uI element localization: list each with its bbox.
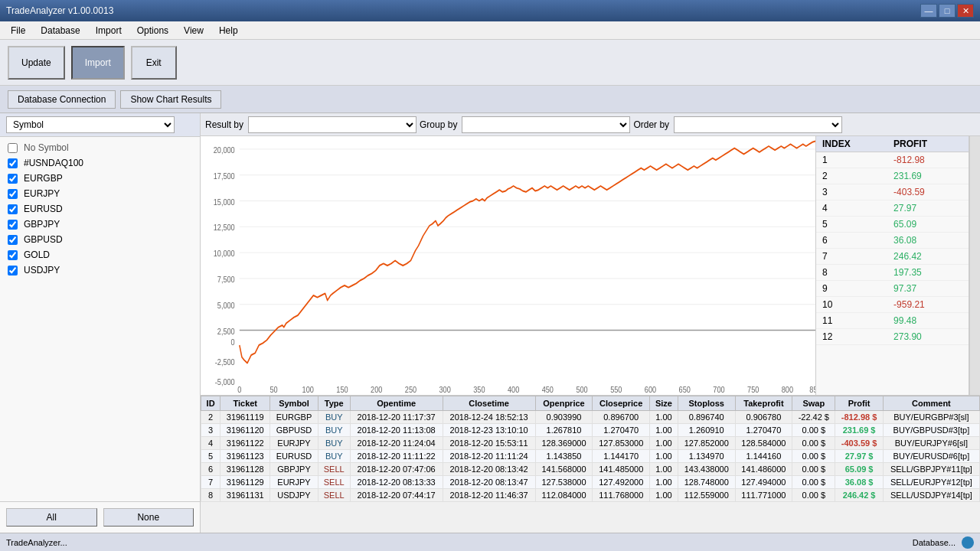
svg-text:250: 250	[405, 384, 416, 394]
swap-cell: 0.00 $	[792, 463, 835, 476]
toolbar: Update Import Exit	[0, 40, 980, 86]
col-header-stoploss: Stoploss	[678, 396, 735, 411]
menu-file[interactable]: File	[3, 24, 33, 37]
size-cell: 1.00	[650, 437, 678, 450]
id-cell: 3	[201, 424, 220, 437]
index-scrollbar[interactable]	[969, 136, 980, 395]
type-cell: BUY	[318, 437, 350, 450]
menu-database[interactable]: Database	[33, 24, 87, 37]
result-by-label: Result by	[205, 119, 243, 130]
index-cell: 9	[816, 281, 887, 297]
profit-cell: 36.08 $	[835, 476, 883, 489]
update-button[interactable]: Update	[8, 46, 65, 80]
svg-text:550: 550	[610, 384, 622, 394]
symbol-checkbox-7[interactable]	[8, 266, 18, 276]
exit-button[interactable]: Exit	[131, 46, 177, 80]
symbol-item-eurusd[interactable]: EURUSD	[0, 201, 200, 217]
symbol-label-4: GBPJPY	[24, 219, 60, 230]
symbol-dropdown[interactable]: Symbol	[6, 116, 175, 133]
symbol-item-gold[interactable]: GOLD	[0, 247, 200, 262]
tab-show-chart-results[interactable]: Show Chart Results	[120, 90, 221, 109]
ticket-cell: 31961122	[220, 437, 270, 450]
symbol-item-usdjpy[interactable]: USDJPY	[0, 262, 200, 278]
svg-text:350: 350	[473, 384, 485, 394]
index-row: 12273.90	[816, 329, 969, 345]
filter-bar: Result by Group by Order by	[201, 113, 980, 136]
status-indicator	[962, 536, 974, 549]
table-row: 431961122EURJPYBUY2018-12-20 11:24:04201…	[201, 437, 980, 450]
tab-database-connection[interactable]: Database Connection	[8, 90, 116, 109]
profit-cell: -403.59 $	[835, 437, 883, 450]
svg-text:450: 450	[542, 384, 554, 394]
symbol-label-3: EURUSD	[24, 204, 63, 214]
symbol-label-7: USDJPY	[24, 265, 60, 276]
symbol-item-gbpjpy[interactable]: GBPJPY	[0, 217, 200, 232]
profit-cell: -812.98	[887, 152, 969, 168]
nosymbol-checkbox[interactable]	[8, 143, 18, 153]
symbol-checkbox-0[interactable]	[8, 158, 18, 168]
closeprice-cell: 1.144170	[593, 450, 650, 463]
index-panel: INDEX PROFIT 1-812.982231.693-403.59427.…	[816, 136, 969, 395]
size-cell: 1.00	[650, 489, 678, 502]
import-button[interactable]: Import	[71, 46, 125, 80]
maximize-button[interactable]: □	[939, 4, 956, 18]
col-header-profit: Profit	[835, 396, 883, 411]
col-header-closeprice: Closeprice	[593, 396, 650, 411]
order-by-select[interactable]	[674, 116, 842, 133]
id-cell: 2	[201, 411, 220, 424]
symbol-checkbox-2[interactable]	[8, 189, 18, 199]
opentime-cell: 2018-12-20 11:24:04	[350, 437, 443, 450]
symbol-item-usndaq100[interactable]: #USNDAQ100	[0, 155, 200, 171]
profit-cell: 27.97	[887, 201, 969, 217]
type-cell: SELL	[318, 463, 350, 476]
all-button[interactable]: All	[6, 508, 97, 527]
symbol-checkbox-3[interactable]	[8, 204, 18, 214]
svg-text:600: 600	[645, 384, 656, 394]
symbol-checkbox-1[interactable]	[8, 174, 18, 184]
profit-cell: 246.42 $	[835, 489, 883, 502]
profit-cell: 65.09 $	[835, 463, 883, 476]
index-cell: 6	[816, 233, 887, 249]
ticket-cell: 31961128	[220, 463, 270, 476]
stoploss-cell: 112.559000	[678, 489, 735, 502]
symbol-item-eurgbp[interactable]: EURGBP	[0, 171, 200, 186]
menu-import[interactable]: Import	[88, 24, 129, 37]
data-table-header-row: IDTicketSymbolTypeOpentimeClosetimeOpenp…	[201, 396, 980, 411]
symbol-item-nosymbol[interactable]: No Symbol	[0, 140, 200, 155]
symbol-item-gbpusd[interactable]: GBPUSD	[0, 232, 200, 247]
closeprice-cell: 111.768000	[593, 489, 650, 502]
symbol-checkbox-6[interactable]	[8, 250, 18, 260]
index-cell: 4	[816, 201, 887, 217]
index-table: INDEX PROFIT 1-812.982231.693-403.59427.…	[816, 136, 969, 345]
size-cell: 1.00	[650, 476, 678, 489]
closetime-cell: 2018-12-20 08:13:47	[443, 476, 535, 489]
closeprice-cell: 0.896700	[593, 411, 650, 424]
symbol-checkbox-4[interactable]	[8, 220, 18, 230]
menu-help[interactable]: Help	[211, 24, 246, 37]
group-by-select[interactable]	[462, 116, 630, 133]
svg-text:750: 750	[747, 384, 759, 394]
svg-text:500: 500	[576, 384, 587, 394]
menu-view[interactable]: View	[176, 24, 211, 37]
close-button[interactable]: ✕	[957, 4, 974, 18]
profit-cell: -959.21	[887, 297, 969, 313]
result-by-select[interactable]	[248, 116, 416, 133]
index-cell: 2	[816, 168, 887, 184]
type-cell: SELL	[318, 489, 350, 502]
symbol-cell: EURUSD	[270, 450, 318, 463]
takeprofit-cell: 1.144160	[735, 450, 792, 463]
nosymbol-label: No Symbol	[24, 142, 69, 153]
openprice-cell: 112.084000	[535, 489, 593, 502]
index-row: 8197.35	[816, 265, 969, 281]
takeprofit-cell: 141.486000	[735, 463, 792, 476]
symbol-checkbox-5[interactable]	[8, 235, 18, 245]
minimize-button[interactable]: —	[920, 4, 937, 18]
symbol-item-eurjpy[interactable]: EURJPY	[0, 186, 200, 201]
ticket-cell: 31961131	[220, 489, 270, 502]
swap-cell: 0.00 $	[792, 450, 835, 463]
none-button[interactable]: None	[103, 508, 194, 527]
id-cell: 6	[201, 463, 220, 476]
chart-index-area: 20,000 17,500 15,000 12,500 10,000 7,500…	[201, 136, 980, 395]
comment-cell: BUY/EURUSD#6[tp]	[883, 450, 979, 463]
menu-options[interactable]: Options	[129, 24, 176, 37]
